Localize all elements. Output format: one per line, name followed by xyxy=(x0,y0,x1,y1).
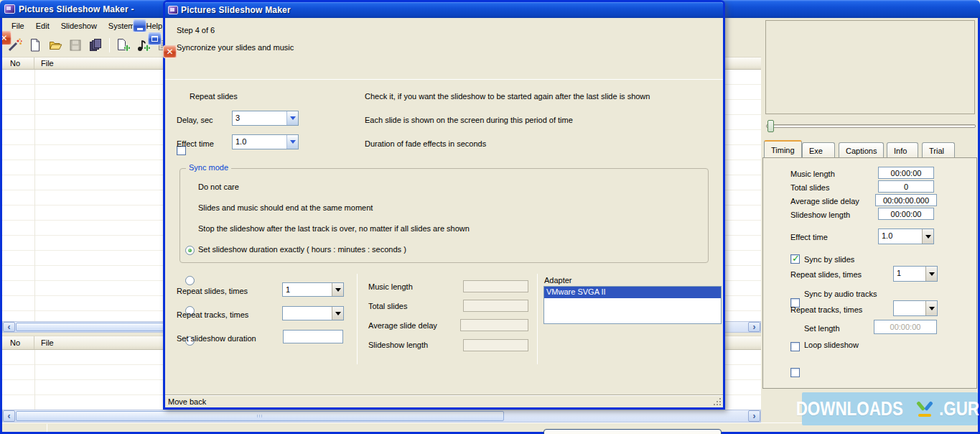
combo-dropdown-button[interactable] xyxy=(332,283,343,296)
average-slide-delay-label: Average slide delay xyxy=(368,321,437,330)
add-image-icon xyxy=(116,38,131,52)
menu-slideshow[interactable]: Slideshow xyxy=(55,19,103,32)
repeat-slides-times-label: Repeat slides, times xyxy=(790,270,862,279)
menu-edit[interactable]: Edit xyxy=(30,19,55,32)
add-image-button[interactable] xyxy=(114,36,133,55)
dialog-maximize-button[interactable] xyxy=(148,32,162,45)
combo-value xyxy=(894,301,925,315)
new-project-button[interactable] xyxy=(26,36,45,55)
desktop: Pictures Slideshow Maker - ✕ File Edit S… xyxy=(0,0,980,434)
slideshow-length-label: Slideshow length xyxy=(368,341,428,349)
repeat-slides-label: Repeat slides xyxy=(190,92,238,101)
total-slides-field[interactable]: 0 xyxy=(878,180,934,193)
set-length-checkbox[interactable] xyxy=(790,342,800,351)
tab-info[interactable]: Info xyxy=(887,142,918,158)
dialog-title: Pictures Slideshow Maker xyxy=(181,5,291,15)
combo-dropdown-button[interactable] xyxy=(332,307,343,320)
combo-dropdown-button[interactable] xyxy=(286,135,298,149)
radio-do-not-care[interactable] xyxy=(185,246,195,255)
tab-trial[interactable]: Trial xyxy=(922,142,955,158)
dropdown-arrow-icon xyxy=(335,312,341,315)
set-length-field[interactable]: 00:00:00 xyxy=(874,320,937,334)
effect-time-combo[interactable]: 1.0 xyxy=(232,134,299,149)
sync-by-slides-label: Sync by slides xyxy=(804,255,854,264)
set-length-label: Set length xyxy=(804,324,840,333)
position-slider[interactable] xyxy=(766,119,976,134)
scroll-left-button[interactable]: ‹ xyxy=(3,410,15,422)
toolbar-separator xyxy=(109,38,110,52)
scroll-right-button[interactable]: › xyxy=(748,322,760,332)
average-slide-delay-field xyxy=(460,319,528,331)
panel-repeat-tracks-combo[interactable] xyxy=(893,300,938,316)
tab-exe[interactable]: Exe xyxy=(802,142,835,158)
section-divider xyxy=(537,274,538,364)
scroll-right-button[interactable]: › xyxy=(748,410,760,422)
average-slide-delay-label: Average slide delay xyxy=(790,197,859,206)
wizard-dialog: Pictures Slideshow Maker ✕ Step 4 of 6 S… xyxy=(163,0,725,410)
average-slide-delay-field[interactable]: 00:00:00.000 xyxy=(875,194,937,206)
dropdown-arrow-icon xyxy=(290,140,296,144)
dropdown-arrow-icon xyxy=(929,307,935,310)
tab-captions[interactable]: Captions xyxy=(839,142,884,158)
panel-repeat-slides-combo[interactable]: 1 xyxy=(893,266,938,282)
delay-label: Delay, sec xyxy=(177,116,213,124)
dialog-close-button[interactable]: ✕ xyxy=(163,45,177,58)
bottom-hscrollbar[interactable]: ‹ › xyxy=(2,410,761,423)
delay-combo[interactable]: 3 xyxy=(232,111,299,126)
wizard-step-label: Step 4 of 6 xyxy=(177,26,215,34)
slider-thumb[interactable] xyxy=(767,120,774,132)
set-slideshow-duration-input[interactable] xyxy=(283,330,343,343)
dropdown-arrow-icon xyxy=(929,272,935,276)
combo-dropdown-button[interactable] xyxy=(925,267,937,281)
timing-tab-panel: Music length 00:00:00 Total slides 0 Ave… xyxy=(762,157,977,389)
magic-wand-icon xyxy=(8,38,22,52)
music-length-field[interactable]: 00:00:00 xyxy=(878,167,934,179)
adapter-label: Adapter xyxy=(544,276,572,285)
delay-description: Each slide is shown on the screen during… xyxy=(365,116,709,124)
slideshow-length-label: Slideshow length xyxy=(790,211,850,219)
scroll-left-button[interactable]: ‹ xyxy=(3,322,15,332)
sync-mode-title: Sync mode xyxy=(186,163,231,172)
open-button[interactable] xyxy=(46,36,65,55)
combo-dropdown-button[interactable] xyxy=(925,301,937,315)
combo-value: 3 xyxy=(233,111,286,125)
tab-timing[interactable]: Timing xyxy=(764,140,802,158)
dialog-minimize-button[interactable] xyxy=(133,19,146,32)
main-window-title: Pictures Slideshow Maker - xyxy=(19,4,134,14)
dropdown-arrow-icon xyxy=(290,116,296,120)
column-header-no[interactable]: No xyxy=(2,57,34,69)
scrollbar-thumb[interactable] xyxy=(16,411,504,421)
copy-slides-button[interactable] xyxy=(86,36,105,55)
adapter-listbox[interactable]: VMware SVGA II xyxy=(543,286,722,324)
slideshow-length-field[interactable]: 00:00:00 xyxy=(878,208,934,220)
column-header-no[interactable]: No xyxy=(2,336,34,349)
section-divider xyxy=(357,274,358,364)
repeat-slides-description: Check it, if you want the slideshow to b… xyxy=(365,92,709,101)
adapter-selected-item[interactable]: VMware SVGA II xyxy=(544,287,721,298)
dialog-titlebar[interactable]: Pictures Slideshow Maker xyxy=(165,2,723,18)
dialog-statusbar: Move back xyxy=(165,394,723,407)
total-slides-field xyxy=(463,300,528,312)
combo-value: 1 xyxy=(894,267,925,281)
save-icon xyxy=(68,38,83,52)
repeat-tracks-times-label: Repeat tracks, times xyxy=(177,310,248,319)
repeat-tracks-times-combo[interactable] xyxy=(282,306,344,320)
preview-button[interactable]: Preview xyxy=(543,429,722,434)
total-slides-label: Total slides xyxy=(368,302,407,310)
menu-file[interactable]: File xyxy=(6,19,30,32)
wizard-subtitle: Syncronize your slides and music xyxy=(177,43,294,52)
repeat-slides-times-combo[interactable]: 1 xyxy=(282,282,344,297)
panel-effect-time-combo[interactable]: 1.0 xyxy=(878,228,934,244)
combo-dropdown-button[interactable] xyxy=(922,229,933,244)
loop-slideshow-checkbox[interactable] xyxy=(790,368,800,377)
radio-end-same-moment[interactable] xyxy=(185,276,195,285)
wizard-button[interactable] xyxy=(6,36,24,55)
combo-value: 1.0 xyxy=(233,135,286,149)
save-button[interactable] xyxy=(66,36,85,55)
slider-track[interactable] xyxy=(766,124,976,128)
sync-by-slides-checkbox[interactable] xyxy=(790,254,800,264)
combo-dropdown-button[interactable] xyxy=(286,111,298,125)
combo-value xyxy=(283,307,332,320)
repeat-slides-times-label: Repeat slides, times xyxy=(177,287,248,295)
new-document-icon xyxy=(28,38,42,52)
